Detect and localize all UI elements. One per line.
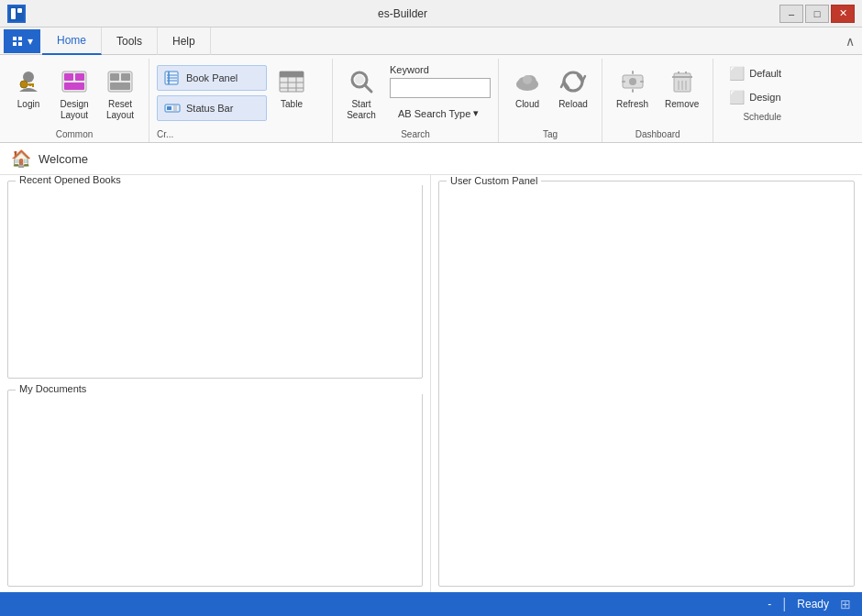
remove-label: Remove	[665, 99, 699, 110]
cloud-icon	[513, 67, 542, 96]
ribbon-group-tag: Cloud Reload Tag	[499, 59, 602, 142]
book-panel-icon	[163, 69, 182, 87]
svg-rect-18	[110, 73, 119, 81]
keyword-label: Keyword	[390, 64, 491, 75]
svg-line-41	[365, 85, 371, 92]
maximize-button[interactable]: □	[805, 5, 829, 23]
ribbon-group-common-label: Common	[56, 129, 94, 142]
design-icon: ⬜	[729, 90, 745, 104]
svg-rect-19	[121, 73, 130, 81]
search-type-arrow: ▾	[473, 107, 479, 119]
refresh-button[interactable]: Refresh	[610, 62, 655, 115]
svg-point-46	[523, 75, 532, 84]
tab-help[interactable]: Help	[158, 28, 211, 55]
svg-rect-12	[29, 83, 31, 86]
keyword-input[interactable]	[390, 78, 491, 98]
title-bar: es-Builder – □ ✕	[0, 0, 862, 28]
status-bar-button[interactable]: Status Bar	[157, 95, 267, 121]
minimize-button[interactable]: –	[779, 5, 803, 23]
status-divider: |	[782, 596, 786, 612]
ribbon-group-cr: Book Panel Status Bar	[149, 59, 333, 142]
svg-rect-16	[64, 82, 84, 90]
status-bar-label: Status Bar	[186, 103, 233, 114]
ribbon-collapse-button[interactable]: ∧	[838, 34, 862, 49]
search-type-button[interactable]: AB Search Type ▾	[390, 104, 491, 123]
status-bar: - | Ready ⊞	[0, 592, 862, 616]
reload-label: Reload	[558, 99, 588, 110]
ribbon-group-dashboard-content: Refresh Remove	[610, 62, 705, 126]
refresh-icon	[618, 67, 647, 96]
design-layout-button[interactable]: Design Layout	[53, 62, 95, 126]
content-panels: Recent Opened Books My Documents User Cu…	[0, 175, 862, 592]
ribbon-group-search: Start Search Keyword AB Search Type ▾ Se…	[333, 59, 499, 142]
ribbon-group-cr-label: Cr...	[157, 129, 173, 142]
reload-icon	[558, 67, 588, 96]
reset-layout-button[interactable]: Reset Layout	[99, 62, 141, 126]
svg-rect-39	[296, 72, 304, 77]
ribbon-group-cr-content: Book Panel Status Bar	[157, 62, 313, 126]
tab-home[interactable]: Home	[42, 28, 102, 55]
left-panels: Recent Opened Books My Documents	[0, 175, 431, 592]
cr-small-buttons: Book Panel Status Bar	[157, 62, 267, 122]
window-controls: – □ ✕	[779, 5, 855, 23]
welcome-icon: 🏠	[11, 148, 31, 169]
my-documents-panel: My Documents	[7, 390, 423, 588]
svg-rect-38	[288, 72, 296, 77]
svg-point-48	[629, 78, 636, 85]
reload-button[interactable]: Reload	[552, 62, 594, 115]
right-panel: User Custom Panel	[431, 175, 862, 592]
welcome-text: Welcome	[39, 152, 88, 166]
design-button[interactable]: ⬜ Design	[721, 86, 803, 108]
welcome-bar: 🏠 Welcome	[0, 143, 862, 175]
login-button[interactable]: Login	[7, 62, 50, 115]
ribbon-group-common-content: Login Design Layout	[7, 62, 141, 126]
ribbon-group-common: Login Design Layout	[0, 59, 149, 142]
svg-point-9	[20, 81, 28, 88]
reset-layout-icon	[105, 67, 135, 96]
book-panel-button[interactable]: Book Panel	[157, 65, 267, 91]
search-group-content: Start Search Keyword AB Search Type ▾	[340, 62, 491, 126]
reset-layout-label: Reset Layout	[106, 99, 134, 121]
start-search-button[interactable]: Start Search	[340, 62, 382, 126]
remove-icon	[668, 67, 697, 96]
ribbon-group-dashboard-label: Dashboard	[635, 129, 680, 142]
ribbon-group-schedule-content: ⬜ Default ⬜ Design	[721, 62, 803, 108]
ribbon-group-tag-label: Tag	[543, 129, 558, 142]
book-panel-label: Book Panel	[186, 72, 238, 83]
content-area: 🏠 Welcome Recent Opened Books My Documen…	[0, 143, 862, 592]
my-documents-title: My Documents	[16, 383, 429, 394]
status-bar-icon	[163, 99, 182, 117]
cloud-button[interactable]: Cloud	[506, 62, 548, 115]
default-icon: ⬜	[729, 66, 745, 81]
ribbon: Login Design Layout	[0, 55, 862, 143]
user-custom-panel: User Custom Panel	[438, 181, 855, 587]
svg-rect-15	[75, 73, 84, 81]
recent-opened-books-content	[8, 192, 422, 378]
design-layout-label: Design Layout	[60, 99, 88, 121]
user-custom-panel-title: User Custom Panel	[447, 175, 541, 186]
my-documents-content	[8, 402, 422, 587]
tab-tools[interactable]: Tools	[102, 28, 158, 55]
svg-rect-27	[167, 106, 171, 110]
app-menu-button[interactable]: ▾	[4, 29, 40, 53]
table-button[interactable]: Table	[271, 62, 313, 115]
remove-button[interactable]: Remove	[658, 62, 705, 115]
close-button[interactable]: ✕	[831, 5, 855, 23]
cloud-label: Cloud	[515, 99, 539, 110]
ribbon-group-dashboard: Refresh Remove Dashboard	[602, 59, 713, 142]
design-layout-icon	[60, 67, 89, 96]
status-system-icon: ⊞	[840, 597, 851, 611]
window-title: es-Builder	[26, 7, 779, 20]
svg-rect-2	[17, 8, 22, 13]
svg-rect-14	[64, 73, 73, 81]
svg-point-42	[355, 75, 364, 84]
login-label: Login	[17, 99, 39, 110]
menu-tabs-bar: ▾ Home Tools Help ∧	[0, 28, 862, 55]
status-ready: Ready	[797, 598, 829, 610]
default-label: Default	[749, 68, 781, 79]
ribbon-group-tag-content: Cloud Reload	[506, 62, 594, 126]
start-search-icon	[347, 67, 376, 96]
default-button[interactable]: ⬜ Default	[721, 62, 803, 84]
svg-rect-7	[18, 42, 22, 46]
design-label: Design	[749, 92, 780, 103]
